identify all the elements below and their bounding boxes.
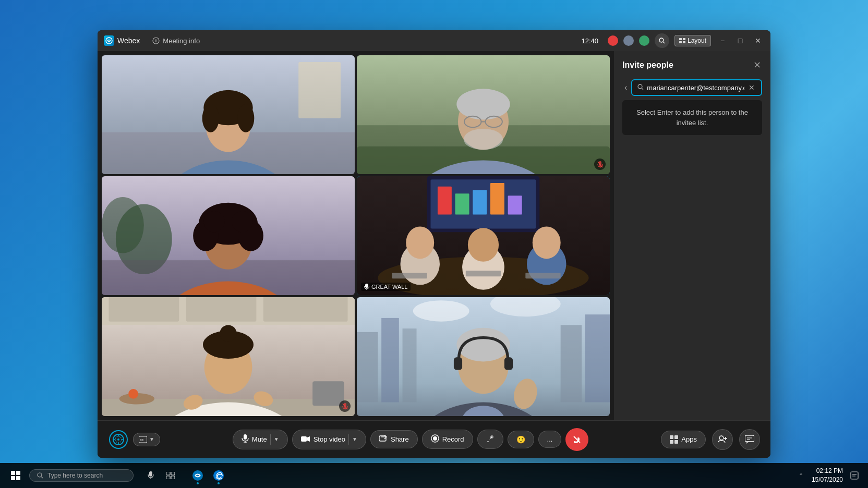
mute-button[interactable]: Mute ▼ bbox=[233, 430, 288, 449]
maximize-button[interactable]: □ bbox=[734, 34, 746, 47]
toolbar-right: Apps bbox=[661, 429, 760, 450]
toolbar-center: Mute ▼ Stop video ▼ bbox=[164, 428, 657, 451]
ai-assistant-button[interactable] bbox=[108, 429, 129, 450]
meeting-info-tab[interactable]: Meeting info bbox=[148, 35, 204, 47]
captions-button[interactable]: CC ▼ bbox=[133, 433, 160, 446]
taskbar-app-edge[interactable] bbox=[209, 466, 228, 485]
svg-point-23 bbox=[456, 89, 510, 119]
taskbar-taskview-icon[interactable] bbox=[162, 467, 179, 484]
share-button[interactable]: Share bbox=[370, 430, 418, 448]
svg-rect-119 bbox=[670, 440, 673, 444]
back-button[interactable]: ‹ bbox=[622, 81, 629, 94]
svg-rect-129 bbox=[149, 471, 152, 477]
apps-label: Apps bbox=[681, 435, 697, 443]
clock-time: 02:12 PM bbox=[812, 467, 843, 475]
search-button[interactable] bbox=[655, 33, 669, 48]
svg-rect-50 bbox=[508, 196, 522, 214]
start-button[interactable] bbox=[6, 466, 25, 485]
svg-rect-109 bbox=[301, 436, 307, 442]
layout-label: Layout bbox=[688, 37, 706, 44]
svg-point-27 bbox=[464, 129, 503, 150]
end-call-button[interactable] bbox=[565, 428, 588, 451]
apps-button[interactable]: Apps bbox=[661, 431, 706, 448]
minimize-button[interactable]: − bbox=[716, 34, 729, 47]
more-options-button[interactable]: ... bbox=[538, 431, 562, 448]
record-button[interactable]: Record bbox=[422, 430, 473, 449]
svg-point-127 bbox=[38, 473, 42, 477]
taskbar-icons bbox=[142, 467, 179, 484]
invite-search-input-wrapper: ✕ bbox=[631, 79, 762, 96]
svg-rect-47 bbox=[455, 193, 469, 214]
person-svg-5 bbox=[102, 297, 355, 416]
end-call-icon bbox=[572, 434, 582, 445]
svg-text:CC: CC bbox=[140, 438, 144, 441]
svg-point-99 bbox=[117, 438, 119, 441]
edge-taskbar-icon bbox=[213, 470, 224, 481]
person-svg-6 bbox=[357, 297, 610, 416]
layout-icon bbox=[679, 38, 685, 43]
reactions-button[interactable]: 🙂 bbox=[508, 431, 534, 448]
mute-indicator-5 bbox=[339, 400, 351, 412]
windows-icon bbox=[11, 471, 20, 480]
chat-button[interactable] bbox=[739, 429, 760, 450]
video-placeholder-5 bbox=[102, 297, 355, 416]
great-wall-label: GREAT WALL bbox=[371, 284, 407, 290]
webex-logo-icon bbox=[104, 35, 114, 46]
share-icon bbox=[379, 435, 388, 444]
svg-rect-66 bbox=[263, 297, 348, 322]
svg-point-74 bbox=[220, 325, 236, 341]
status-dot-red bbox=[608, 35, 618, 46]
person-svg-4 bbox=[357, 176, 610, 295]
mic-icon-4 bbox=[364, 284, 369, 290]
stop-video-button[interactable]: Stop video ▼ bbox=[292, 430, 366, 449]
svg-line-96 bbox=[642, 88, 644, 90]
record-icon bbox=[431, 434, 439, 444]
close-invite-panel-button[interactable]: ✕ bbox=[752, 59, 762, 71]
stop-video-label: Stop video bbox=[314, 435, 345, 443]
person-svg-3 bbox=[102, 176, 355, 295]
video-cell-5 bbox=[102, 297, 355, 416]
svg-rect-8 bbox=[679, 41, 682, 43]
video-dropdown-arrow: ▼ bbox=[352, 436, 357, 442]
clear-search-button[interactable]: ✕ bbox=[748, 83, 756, 92]
svg-point-113 bbox=[433, 436, 437, 441]
close-button[interactable]: ✕ bbox=[752, 34, 764, 47]
title-bar: Webex Meeting info 12:40 bbox=[98, 30, 770, 51]
toolbar: CC ▼ Mute ▼ bbox=[98, 420, 770, 458]
record-label: Record bbox=[442, 435, 464, 443]
svg-point-41 bbox=[232, 211, 252, 232]
mute-indicator-2 bbox=[594, 158, 606, 170]
layout-button[interactable]: Layout bbox=[674, 35, 711, 46]
taskbar-app-webex[interactable] bbox=[188, 466, 208, 485]
video-cell-2 bbox=[357, 55, 610, 174]
video-placeholder-3 bbox=[102, 176, 355, 295]
video-placeholder-1 bbox=[102, 55, 355, 174]
svg-rect-48 bbox=[473, 190, 487, 214]
invite-search-input[interactable] bbox=[647, 84, 744, 92]
taskbar-search[interactable]: Type here to search bbox=[29, 469, 134, 482]
svg-point-70 bbox=[128, 389, 138, 399]
svg-rect-6 bbox=[679, 38, 682, 40]
invite-people-toolbar-button[interactable] bbox=[712, 429, 733, 450]
svg-point-17 bbox=[237, 104, 254, 132]
svg-rect-134 bbox=[171, 476, 175, 479]
caption-dropdown-arrow: ▼ bbox=[149, 436, 154, 442]
status-dot-green bbox=[639, 35, 649, 46]
svg-rect-133 bbox=[166, 476, 170, 479]
mute-dropdown-arrow: ▼ bbox=[274, 436, 279, 442]
chevron-up-icon: ⌃ bbox=[799, 472, 803, 479]
svg-rect-120 bbox=[674, 440, 678, 444]
video-placeholder-6 bbox=[357, 297, 610, 416]
notification-button[interactable] bbox=[847, 468, 862, 483]
invite-tooltip: Select Enter to add this person to the i… bbox=[622, 100, 762, 135]
svg-rect-7 bbox=[683, 38, 685, 40]
mic-off-icon-2 bbox=[597, 161, 603, 168]
svg-point-95 bbox=[638, 84, 642, 89]
annotation-button[interactable] bbox=[477, 430, 503, 449]
svg-rect-124 bbox=[745, 435, 754, 442]
video-cell-label-4: GREAT WALL bbox=[361, 283, 411, 291]
app-name-label: Webex bbox=[117, 36, 140, 45]
webex-logo[interactable]: Webex bbox=[104, 35, 140, 46]
search-icon bbox=[659, 38, 665, 44]
taskbar-mic-icon[interactable] bbox=[142, 467, 160, 484]
